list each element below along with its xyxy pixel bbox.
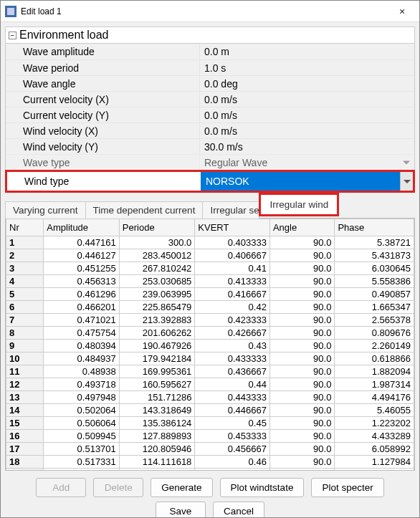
table-row[interactable]: 110.48938169.9953610.43666790.01.882094	[6, 365, 414, 378]
cell-kvert[interactable]: 0.406667	[195, 249, 270, 262]
cell-amplitude[interactable]: 0.484937	[44, 352, 120, 365]
cell-phase[interactable]: 0.809676	[335, 327, 414, 340]
cell-phase[interactable]: 1.223202	[335, 417, 414, 430]
col-periode[interactable]: Periode	[119, 219, 195, 236]
table-row[interactable]: 60.466201225.8654790.4290.01.665347	[6, 301, 414, 314]
table-row[interactable]: 180.517331114.1116180.4690.01.127984	[6, 456, 414, 469]
table-row[interactable]: 10.447161300.00.40333390.05.38721	[6, 236, 414, 249]
plot-specter-button[interactable]: Plot specter	[311, 478, 383, 497]
cell-angle[interactable]: 90.0	[269, 443, 334, 456]
cell-angle[interactable]: 90.0	[269, 262, 334, 275]
cell-nr[interactable]: 7	[6, 314, 44, 327]
cell-periode[interactable]: 114.111618	[119, 456, 195, 469]
cell-phase[interactable]: 5.38721	[335, 236, 414, 249]
table-row[interactable]: 80.475754201.6062620.42666790.00.809676	[6, 327, 414, 340]
cell-nr[interactable]: 10	[6, 352, 44, 365]
cell-periode[interactable]: 143.318649	[119, 404, 195, 417]
cell-kvert[interactable]: 0.426667	[195, 327, 270, 340]
table-row[interactable]: 70.471021213.3928830.42333390.02.565378	[6, 314, 414, 327]
delete-button[interactable]: Delete	[93, 478, 143, 497]
cell-kvert[interactable]: 0.436667	[195, 365, 270, 378]
table-row[interactable]: 40.456313253.0306850.41333390.05.558386	[6, 275, 414, 288]
cell-amplitude[interactable]: 0.506064	[44, 417, 120, 430]
cell-angle[interactable]: 90.0	[269, 430, 334, 443]
cell-phase[interactable]: 1.127984	[335, 456, 414, 469]
cell-kvert[interactable]: 0.423333	[195, 314, 270, 327]
cell-nr[interactable]: 8	[6, 327, 44, 340]
cell-periode[interactable]: 179.942184	[119, 352, 195, 365]
cell-periode[interactable]: 169.995361	[119, 365, 195, 378]
col-angle[interactable]: Angle	[269, 219, 334, 236]
tab-time-dependent-current[interactable]: Time dependent current	[85, 201, 204, 219]
table-row[interactable]: 130.497948151.712860.44333390.04.494176	[6, 391, 414, 404]
cell-angle[interactable]: 90.0	[269, 314, 334, 327]
cell-amplitude[interactable]: 0.456313	[44, 275, 120, 288]
cell-periode[interactable]: 135.386124	[119, 417, 195, 430]
cell-amplitude[interactable]: 0.466201	[44, 301, 120, 314]
cell-periode[interactable]: 127.889893	[119, 430, 195, 443]
cell-phase[interactable]: 6.058992	[335, 443, 414, 456]
cell-angle[interactable]: 90.0	[269, 378, 334, 391]
cell-nr[interactable]: 1	[6, 236, 44, 249]
cell-kvert[interactable]: 0.43	[195, 340, 270, 352]
cell-amplitude[interactable]: 0.517331	[44, 456, 120, 469]
cell-periode[interactable]: 253.030685	[119, 275, 195, 288]
cell-phase[interactable]: 4.494176	[335, 391, 414, 404]
save-button[interactable]: Save	[156, 502, 206, 518]
cell-amplitude[interactable]: 0.509945	[44, 430, 120, 443]
cell-nr[interactable]: 6	[6, 301, 44, 314]
cell-amplitude[interactable]: 0.446127	[44, 249, 120, 262]
tab-irregular-wind[interactable]: Irregular wind	[259, 193, 339, 216]
cell-phase[interactable]: 2.565378	[335, 314, 414, 327]
cell-nr[interactable]: 12	[6, 378, 44, 391]
cell-kvert[interactable]: 0.403333	[195, 236, 270, 249]
cell-amplitude[interactable]: 0.451255	[44, 262, 120, 275]
prop-wave-type[interactable]: Wave type Regular Wave	[6, 154, 414, 170]
cell-angle[interactable]: 90.0	[269, 391, 334, 404]
cell-periode[interactable]: 151.71286	[119, 391, 195, 404]
cell-phase[interactable]: 5.46055	[335, 404, 414, 417]
tab-irregular-sea[interactable]: Irregular sea	[202, 201, 259, 219]
table-row[interactable]: 30.451255267.8102420.4190.06.030645	[6, 262, 414, 275]
cell-angle[interactable]: 90.0	[269, 327, 334, 340]
prop-wind-type[interactable]: Wind type NORSOK	[7, 172, 413, 191]
cell-kvert[interactable]: 0.443333	[195, 391, 270, 404]
cell-angle[interactable]: 90.0	[269, 417, 334, 430]
cell-nr[interactable]: 5	[6, 288, 44, 301]
table-row[interactable]: 90.480394190.4679260.4390.02.260149	[6, 340, 414, 352]
cell-amplitude[interactable]: 0.502064	[44, 404, 120, 417]
cell-kvert[interactable]: 0.413333	[195, 275, 270, 288]
cell-angle[interactable]: 90.0	[269, 365, 334, 378]
cell-amplitude[interactable]: 0.475754	[44, 327, 120, 340]
table-row[interactable]: 140.502064143.3186490.44666790.05.46055	[6, 404, 414, 417]
cell-angle[interactable]: 90.0	[269, 288, 334, 301]
cell-periode[interactable]: 283.450012	[119, 249, 195, 262]
section-header[interactable]: − Environment load	[5, 27, 415, 44]
cell-amplitude[interactable]: 0.480394	[44, 340, 120, 352]
cell-angle[interactable]: 90.0	[269, 404, 334, 417]
cell-kvert[interactable]: 0.453333	[195, 430, 270, 443]
cell-periode[interactable]: 190.467926	[119, 340, 195, 352]
col-nr[interactable]: Nr	[6, 219, 44, 236]
cell-kvert[interactable]: 0.46	[195, 456, 270, 469]
cell-periode[interactable]: 201.606262	[119, 327, 195, 340]
cell-amplitude[interactable]: 0.497948	[44, 391, 120, 404]
prop-wave-angle[interactable]: Wave angle 0.0 deg	[6, 75, 414, 91]
cell-angle[interactable]: 90.0	[269, 352, 334, 365]
cell-periode[interactable]: 300.0	[119, 236, 195, 249]
table-row[interactable]: 150.506064135.3861240.4590.01.223202	[6, 417, 414, 430]
table-row[interactable]: 170.513701120.8059460.45666790.06.058992	[6, 443, 414, 456]
prop-current-vy[interactable]: Current velocity (Y) 0.0 m/s	[6, 107, 414, 123]
cell-phase[interactable]: 1.882094	[335, 365, 414, 378]
plot-windstate-button[interactable]: Plot windtstate	[220, 478, 305, 497]
cell-nr[interactable]: 16	[6, 430, 44, 443]
cell-nr[interactable]: 14	[6, 404, 44, 417]
add-button[interactable]: Add	[36, 478, 86, 497]
chevron-down-icon[interactable]	[400, 172, 413, 191]
col-kvert[interactable]: KVERT	[195, 219, 270, 236]
prop-wind-vy[interactable]: Wind velocity (Y) 30.0 m/s	[6, 138, 414, 154]
cell-phase[interactable]: 5.558386	[335, 275, 414, 288]
cell-nr[interactable]: 17	[6, 443, 44, 456]
cell-kvert[interactable]: 0.456667	[195, 443, 270, 456]
cell-phase[interactable]: 0.490857	[335, 288, 414, 301]
